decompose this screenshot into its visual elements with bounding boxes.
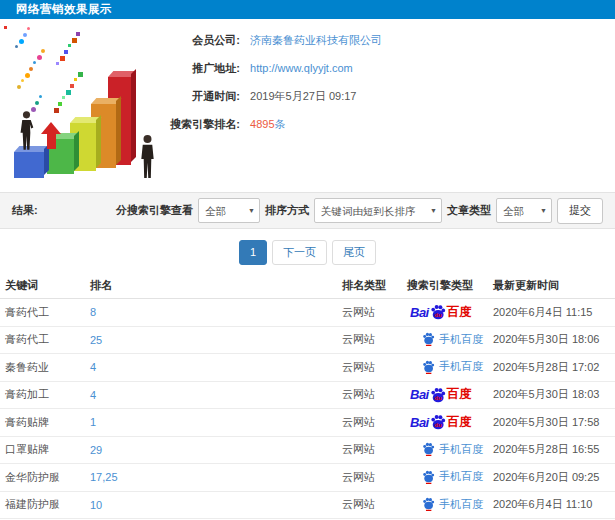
confetti-dot <box>64 50 68 54</box>
confetti-dot <box>72 38 77 43</box>
bar-blue <box>14 152 44 178</box>
update-time-cell: 2020年5月28日 17:02 <box>488 354 615 382</box>
sort-order-select[interactable]: 关键词由短到长排序 <box>315 199 441 222</box>
confetti-dot <box>35 101 39 105</box>
promo-url-label: 推广地址: <box>150 58 240 78</box>
baidu-logo-cn: 百度 <box>447 414 472 431</box>
confetti-dot <box>23 33 27 37</box>
rank-type-cell: 云网站 <box>337 381 402 409</box>
baidu-logo-cn: 百度 <box>447 386 472 403</box>
table-row: 膏药贴牌 1 云网站 Bai du 百度 2020年5月30日 17:58 <box>0 409 615 437</box>
info-row-url: 推广地址: http://www.qlyyjt.com <box>150 58 382 78</box>
confetti-dot <box>29 67 33 71</box>
promo-url-link[interactable]: http://www.qlyyjt.com <box>250 62 353 74</box>
rank-type-cell: 云网站 <box>337 491 402 519</box>
rank-link[interactable]: 1 <box>85 409 337 437</box>
svg-text:du: du <box>434 395 442 401</box>
table-header-row: 关键词 排名 排名类型 搜索引擎类型 最新更新时间 <box>0 272 615 299</box>
baidu-logo-cn: 百度 <box>447 304 472 321</box>
result-label: 结果: <box>12 203 38 218</box>
submit-button[interactable]: 提交 <box>557 198 603 224</box>
filter-controls: 分搜索引擎查看 全部 ▼ 排序方式 关键词由短到长排序 ▼ 文章类型 全部 ▼ … <box>116 198 603 224</box>
sort-order-select-wrap: 关键词由短到长排序 ▼ <box>314 198 442 223</box>
ranking-count-label: 搜索引擎排名: <box>150 114 240 134</box>
baidu-logo: Bai du 百度 <box>410 414 472 431</box>
filter-bar: 结果: 分搜索引擎查看 全部 ▼ 排序方式 关键词由短到长排序 ▼ 文章类型 全… <box>0 192 615 229</box>
engine-view-select[interactable]: 全部 <box>199 199 259 222</box>
keyword-cell: 膏药代工 <box>0 326 85 354</box>
info-row-ranking-count: 搜索引擎排名: 4895条 <box>150 114 382 134</box>
rank-link[interactable]: 8 <box>85 299 337 327</box>
baidu-logo-latin: Bai <box>410 305 429 320</box>
mobile-baidu-logo: 手机百度 <box>422 469 483 484</box>
mobile-baidu-paw-icon <box>422 360 435 374</box>
rank-link[interactable]: 29 <box>85 436 337 464</box>
confetti-dot <box>33 61 36 64</box>
mobile-baidu-label: 手机百度 <box>439 332 483 347</box>
ranking-count-number: 4895 <box>250 118 274 130</box>
confetti <box>4 26 84 118</box>
engine-type-cell: Bai du 百度 <box>402 381 488 409</box>
confetti-dot <box>68 44 71 47</box>
mobile-baidu-paw-icon <box>422 497 435 511</box>
info-row-company: 会员公司: 济南秦鲁药业科技有限公司 <box>150 30 382 50</box>
up-arrow-icon <box>40 122 62 150</box>
rank-link[interactable]: 25 <box>85 326 337 354</box>
keyword-cell: 福建防护服 <box>0 491 85 519</box>
rank-type-cell: 云网站 <box>337 299 402 327</box>
rank-type-cell: 云网站 <box>337 436 402 464</box>
update-time-cell: 2020年6月4日 11:10 <box>488 491 615 519</box>
update-time-cell: 2020年5月30日 17:58 <box>488 409 615 437</box>
baidu-logo: Bai du 百度 <box>410 386 472 403</box>
article-type-select[interactable]: 全部 <box>497 199 551 222</box>
rank-link[interactable]: 4 <box>85 354 337 382</box>
page-1-button[interactable]: 1 <box>239 240 267 265</box>
confetti-dot <box>70 84 74 88</box>
rank-type-cell: 云网站 <box>337 354 402 382</box>
keyword-cell: 口罩贴牌 <box>0 436 85 464</box>
confetti-dot <box>78 72 83 77</box>
rank-type-cell: 云网站 <box>337 326 402 354</box>
company-name-link[interactable]: 济南秦鲁药业科技有限公司 <box>250 34 382 46</box>
open-time-value: 2019年5月27日 09:17 <box>250 90 356 102</box>
mobile-baidu-paw-icon <box>422 442 435 456</box>
table-row: 秦鲁药业 4 云网站 手机百度 2020年5月28日 17:02 <box>0 354 615 382</box>
last-page-button[interactable]: 尾页 <box>332 240 376 265</box>
confetti-dot <box>62 96 65 99</box>
rank-link[interactable]: 17,25 <box>85 464 337 492</box>
header-keyword: 关键词 <box>0 272 85 299</box>
confetti-dot <box>27 27 30 30</box>
next-page-button[interactable]: 下一页 <box>272 240 327 265</box>
rank-link[interactable]: 10 <box>85 491 337 519</box>
results-table-body: 膏药代工 8 云网站 Bai du 百度 2020年6月4日 11:15 膏药代… <box>0 299 615 520</box>
ranking-count-link[interactable]: 4895条 <box>250 118 285 130</box>
mobile-baidu-paw-icon <box>422 332 435 346</box>
confetti-dot <box>41 49 45 53</box>
baidu-paw-icon: du <box>430 387 446 403</box>
baidu-logo-latin: Bai <box>410 387 429 402</box>
engine-type-cell: 手机百度 <box>402 491 488 519</box>
engine-view-label: 分搜索引擎查看 <box>116 203 193 218</box>
rank-type-cell: 云网站 <box>337 409 402 437</box>
mobile-baidu-label: 手机百度 <box>439 442 483 457</box>
engine-type-cell: Bai du 百度 <box>402 409 488 437</box>
table-row: 膏药代工 25 云网站 手机百度 2020年5月30日 18:06 <box>0 326 615 354</box>
update-time-cell: 2020年5月30日 18:06 <box>488 326 615 354</box>
engine-view-select-wrap: 全部 ▼ <box>198 198 260 223</box>
mobile-baidu-logo: 手机百度 <box>422 359 483 374</box>
article-type-select-wrap: 全部 ▼ <box>496 198 552 223</box>
confetti-dot <box>54 108 59 113</box>
open-time-label: 开通时间: <box>150 86 240 106</box>
mobile-baidu-label: 手机百度 <box>439 497 483 512</box>
header-rank-type: 排名类型 <box>337 272 402 299</box>
confetti-dot <box>66 90 71 95</box>
confetti-dot <box>76 32 80 36</box>
engine-type-cell: 手机百度 <box>402 436 488 464</box>
baidu-logo-latin: Bai <box>410 415 429 430</box>
rank-type-cell: 云网站 <box>337 464 402 492</box>
rank-link[interactable]: 4 <box>85 381 337 409</box>
keyword-cell: 膏药代工 <box>0 299 85 327</box>
growth-chart-illustration <box>2 24 172 182</box>
results-table-wrap: 关键词 排名 排名类型 搜索引擎类型 最新更新时间 膏药代工 8 云网站 Bai… <box>0 272 615 520</box>
page-title: 网络营销效果展示 <box>16 3 112 15</box>
